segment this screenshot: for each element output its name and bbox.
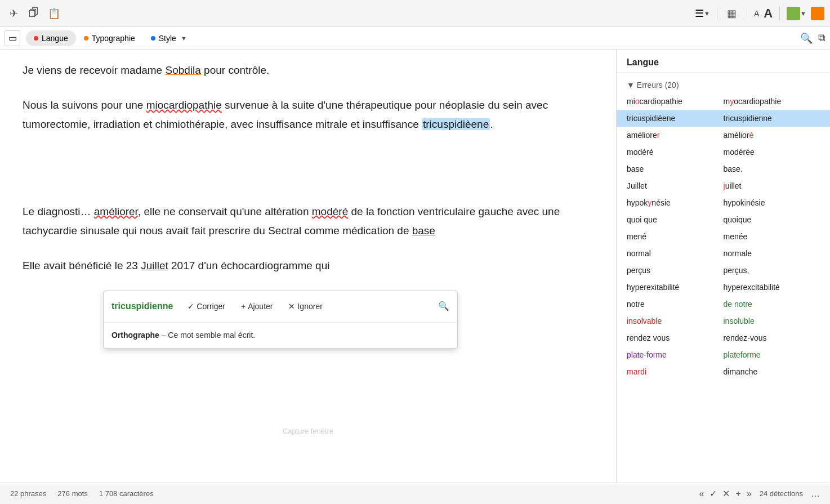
error-row-juillet[interactable]: Juillet juillet bbox=[617, 177, 830, 194]
error-row-mene[interactable]: mené menée bbox=[617, 228, 830, 245]
miocardiopathie-word: miocardiopathie bbox=[146, 99, 222, 111]
tab-style-label: Style bbox=[159, 34, 176, 43]
detections-count: 24 détections bbox=[760, 489, 803, 498]
error-row-mardi[interactable]: mardi dimanche bbox=[617, 363, 830, 380]
error-row-plateforme[interactable]: plate-forme plateforme bbox=[617, 346, 830, 363]
error-row-insolvable[interactable]: insolvable insoluble bbox=[617, 313, 830, 329]
nav-first-button[interactable]: « bbox=[699, 489, 704, 499]
sidebar-title: Langue bbox=[617, 50, 830, 73]
ignorer-label: Ignorer bbox=[297, 300, 322, 314]
orig-quoique: quoi que bbox=[627, 215, 724, 224]
panel-toggle[interactable]: ▭ bbox=[5, 30, 20, 46]
orig-base: base bbox=[627, 164, 724, 173]
sidebar-errors-list[interactable]: ▼ Erreurs (20) miocardiopathie myocardio… bbox=[617, 73, 830, 483]
watermark: Capture fenêtre bbox=[283, 425, 333, 438]
corr-normal: normale bbox=[724, 249, 820, 258]
error-row-hypokinesie[interactable]: hypokynésie hypokinésie bbox=[617, 194, 830, 211]
mots-count: 276 mots bbox=[57, 489, 87, 498]
nav-controls: « ✓ ✕ + » bbox=[699, 488, 752, 499]
error-row-quoique[interactable]: quoi que quoique bbox=[617, 211, 830, 228]
error-row-percus[interactable]: perçus perçus, bbox=[617, 262, 830, 279]
font-large-label: A bbox=[764, 6, 773, 21]
color-orange-picker[interactable] bbox=[811, 7, 824, 20]
toolbar-sep2 bbox=[747, 7, 747, 20]
corr-plateforme: plateforme bbox=[724, 350, 820, 359]
corr-percus: perçus, bbox=[724, 266, 820, 275]
nav-next-button[interactable]: » bbox=[747, 489, 752, 499]
corr-insolvable: insoluble bbox=[724, 316, 820, 325]
nav-close-button[interactable]: ✕ bbox=[722, 488, 730, 499]
tab-dot-typo bbox=[84, 36, 88, 41]
phrases-count: 22 phrases bbox=[10, 489, 46, 498]
orig-miocardiopathie: miocardiopathie bbox=[627, 97, 724, 106]
corr-mene: menée bbox=[724, 232, 820, 241]
send-icon[interactable]: ✈ bbox=[6, 6, 21, 21]
corriger-icon: ✓ bbox=[188, 300, 194, 314]
green-color-box[interactable] bbox=[787, 7, 800, 20]
nav-prev-button[interactable]: ✓ bbox=[709, 488, 717, 499]
orig-percus: perçus bbox=[627, 266, 724, 275]
tab-langue[interactable]: Langue bbox=[26, 30, 76, 46]
layout-icon[interactable]: ▦ bbox=[724, 6, 740, 21]
popup-top: tricuspidienne ✓ Corriger + Ajouter ✕ Ig… bbox=[104, 291, 457, 323]
tab-dot-style bbox=[151, 36, 155, 41]
ignorer-icon: ✕ bbox=[288, 300, 295, 314]
toolbar-sep3 bbox=[779, 7, 780, 20]
filter-dropdown[interactable]: ☰ ▼ bbox=[695, 7, 710, 20]
tab-langue-label: Langue bbox=[42, 34, 68, 43]
corr-hypokinesie: hypokinésie bbox=[724, 198, 820, 207]
correction-popup: tricuspidienne ✓ Corriger + Ajouter ✕ Ig… bbox=[103, 291, 458, 349]
color-green-picker[interactable]: ▼ bbox=[787, 7, 806, 20]
tab-style[interactable]: Style ▼ bbox=[143, 30, 195, 46]
orig-modere: modéré bbox=[627, 148, 724, 157]
error-row-miocardiopathie[interactable]: miocardiopathie myocardiopathie bbox=[617, 93, 830, 110]
error-row-ameliorer[interactable]: améliorer amélioré bbox=[617, 127, 830, 144]
tab-style-arrow: ▼ bbox=[181, 35, 187, 42]
copy-icon[interactable]: 🗍 bbox=[26, 6, 42, 21]
popup-search-icon[interactable]: 🔍 bbox=[438, 298, 449, 315]
more-options-button[interactable]: … bbox=[811, 489, 820, 499]
corr-ameliorer: amélioré bbox=[724, 131, 820, 140]
chevron-down-icon: ▼ bbox=[627, 81, 635, 90]
split-view-button[interactable]: ⧉ bbox=[818, 32, 825, 44]
popup-bottom: Orthographe – Ce mot semble mal écrit. bbox=[104, 323, 457, 348]
orig-insolvable: insolvable bbox=[627, 316, 724, 325]
error-row-hyperexcitabilite[interactable]: hyperexitabilité hyperexcitabilité bbox=[617, 279, 830, 296]
error-row-modere[interactable]: modéré modérée bbox=[617, 144, 830, 160]
clipboard-icon[interactable]: 📋 bbox=[46, 6, 62, 21]
popup-dash: – bbox=[162, 331, 168, 340]
search-button[interactable]: 🔍 bbox=[800, 32, 813, 44]
tab-dot-langue bbox=[34, 36, 38, 41]
orig-mardi: mardi bbox=[627, 367, 724, 376]
corriger-button[interactable]: ✓ Corriger bbox=[182, 297, 231, 316]
caracteres-count: 1 708 caractères bbox=[99, 489, 154, 498]
toolbar: ✈ 🗍 📋 ☰ ▼ ▦ A A ▼ bbox=[0, 0, 830, 27]
orig-normal: normal bbox=[627, 249, 724, 258]
ignorer-button[interactable]: ✕ Ignorer bbox=[283, 297, 328, 316]
popup-box: tricuspidienne ✓ Corriger + Ajouter ✕ Ig… bbox=[103, 291, 458, 349]
ameliorer-word: améliorer bbox=[94, 206, 138, 217]
orange-color-box[interactable] bbox=[811, 7, 824, 20]
statusbar-right: « ✓ ✕ + » 24 détections … bbox=[699, 488, 820, 499]
errors-count: Erreurs (20) bbox=[637, 81, 679, 90]
main-area: Je viens de recevoir madame Sobdila pour… bbox=[0, 50, 830, 483]
nav-add-button[interactable]: + bbox=[735, 489, 740, 499]
corr-notre: de notre bbox=[724, 300, 820, 309]
paragraph-2: Nous la suivons pour une miocardiopathie… bbox=[23, 96, 594, 134]
orig-plateforme: plate-forme bbox=[627, 350, 724, 359]
orig-notre: notre bbox=[627, 300, 724, 309]
error-row-rendezvous[interactable]: rendez vous rendez-vous bbox=[617, 329, 830, 346]
error-row-tricuspidiene[interactable]: tricuspidièene tricuspidienne bbox=[617, 110, 830, 127]
tab-typographie[interactable]: Typographie bbox=[76, 30, 143, 46]
font-small-label: A bbox=[754, 9, 759, 18]
tricuspidiene-word: tricuspidièene bbox=[422, 118, 490, 130]
error-row-normal[interactable]: normal normale bbox=[617, 245, 830, 262]
orig-tricuspidiene: tricuspidièene bbox=[627, 114, 724, 123]
paragraph-1: Je viens de recevoir madame Sobdila pour… bbox=[23, 61, 594, 80]
corr-quoique: quoique bbox=[724, 215, 820, 224]
error-row-base[interactable]: base base. bbox=[617, 160, 830, 177]
document-area[interactable]: Je viens de recevoir madame Sobdila pour… bbox=[0, 50, 616, 483]
error-row-notre[interactable]: notre de notre bbox=[617, 296, 830, 313]
tab-typographie-label: Typographie bbox=[92, 34, 135, 43]
ajouter-button[interactable]: + Ajouter bbox=[235, 297, 279, 316]
